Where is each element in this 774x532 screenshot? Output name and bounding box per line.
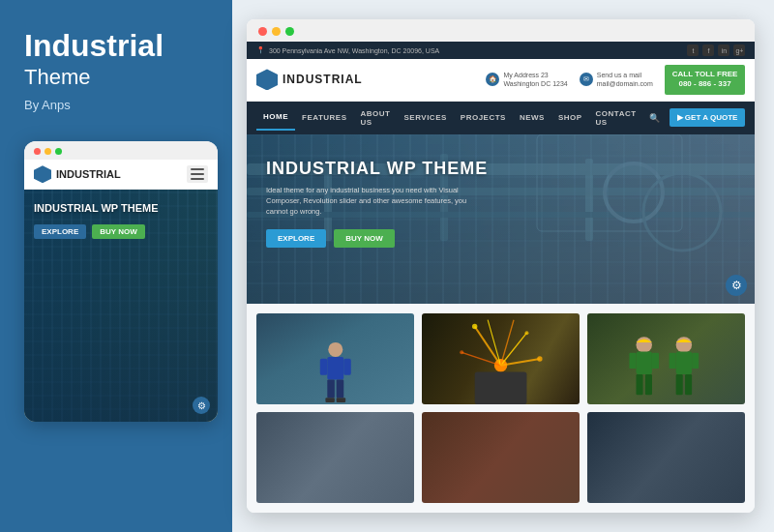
desktop-mockup: 📍 300 Pennsylvania Ave NW, Washington, D… bbox=[247, 19, 755, 513]
content-card-3 bbox=[587, 313, 745, 404]
svg-point-27 bbox=[537, 356, 542, 361]
svg-rect-16 bbox=[337, 398, 345, 402]
nav-contact[interactable]: CONTACT US bbox=[589, 102, 643, 134]
hamburger-line bbox=[191, 173, 204, 175]
nav-home[interactable]: HOME bbox=[256, 104, 295, 131]
svg-rect-13 bbox=[327, 379, 335, 398]
author-text: By Anps bbox=[24, 98, 208, 112]
hero-content: INDUSTRIAL WP THEME Ideal theme for any … bbox=[247, 134, 755, 272]
desktop-window-controls bbox=[247, 19, 755, 42]
call-button[interactable]: CALL TOLL FREE 080 - 886 - 337 bbox=[665, 65, 746, 95]
home-icon: 🏠 bbox=[486, 73, 499, 86]
svg-rect-10 bbox=[327, 357, 343, 380]
desktop-nav: HOME FEATURES ABOUT US SERVICES PROJECTS… bbox=[247, 102, 755, 134]
nav-services[interactable]: SERVICES bbox=[397, 105, 453, 130]
twitter-icon[interactable]: t bbox=[687, 44, 699, 56]
nav-search-icon[interactable]: 🔍 bbox=[643, 109, 666, 127]
desktop-dot-close bbox=[258, 27, 267, 36]
header-contact-info: 🏠 My Address 23 Washington DC 1234 ✉ Sen… bbox=[486, 65, 745, 95]
desktop-header: INDUSTRIAL 🏠 My Address 23 Washington DC… bbox=[247, 59, 755, 102]
mobile-menu-button[interactable] bbox=[187, 165, 208, 183]
nav-features[interactable]: FEATURES bbox=[295, 105, 354, 130]
svg-rect-11 bbox=[320, 359, 328, 375]
call-label: CALL TOLL FREE bbox=[672, 70, 738, 79]
hero-title: INDUSTRIAL WP THEME bbox=[266, 159, 735, 179]
svg-rect-34 bbox=[644, 374, 651, 395]
hamburger-line bbox=[191, 178, 204, 180]
mobile-hero: INDUSTRIAL WP THEME EXPLORE BUY NOW ⚙ bbox=[24, 190, 218, 422]
svg-point-25 bbox=[525, 331, 529, 335]
svg-rect-40 bbox=[685, 374, 692, 395]
hero-explore-button[interactable]: EXPLORE bbox=[266, 229, 326, 248]
content-card-4 bbox=[256, 412, 414, 503]
header-address-item: 🏠 My Address 23 Washington DC 1234 bbox=[486, 71, 567, 88]
mobile-buy-button[interactable]: BUY NOW bbox=[92, 224, 145, 239]
nav-shop[interactable]: SHOP bbox=[551, 105, 589, 130]
svg-point-24 bbox=[472, 324, 477, 329]
desktop-content-grid bbox=[247, 304, 755, 513]
get-quote-button[interactable]: ▶ GET A QUOTE bbox=[670, 108, 746, 127]
svg-line-23 bbox=[501, 320, 514, 366]
email-label: Send us a mail bbox=[597, 71, 653, 79]
facebook-icon[interactable]: f bbox=[702, 44, 714, 56]
topbar-social: t f in g+ bbox=[687, 44, 745, 56]
content-card-6 bbox=[587, 412, 745, 503]
mobile-explore-button[interactable]: EXPLORE bbox=[34, 224, 86, 239]
svg-rect-15 bbox=[325, 398, 334, 402]
mobile-dot-close bbox=[34, 148, 41, 155]
svg-line-21 bbox=[501, 359, 540, 366]
hamburger-line bbox=[191, 168, 204, 170]
worker-svg bbox=[296, 340, 375, 404]
desktop-topbar: 📍 300 Pennsylvania Ave NW, Washington, D… bbox=[247, 42, 755, 59]
svg-rect-37 bbox=[669, 353, 675, 369]
content-card-5 bbox=[422, 412, 580, 503]
svg-line-20 bbox=[461, 352, 500, 365]
svg-rect-31 bbox=[629, 353, 636, 369]
left-panel: Industrial Theme By Anps INDUSTRIAL INDU… bbox=[0, 0, 232, 532]
mobile-logo: INDUSTRIAL bbox=[34, 165, 121, 183]
svg-rect-38 bbox=[692, 353, 699, 369]
svg-rect-36 bbox=[675, 352, 691, 375]
header-address-text: My Address 23 Washington DC 1234 bbox=[503, 71, 567, 88]
desktop-logo-icon bbox=[256, 69, 278, 90]
desktop-logo: INDUSTRIAL bbox=[256, 69, 363, 90]
desktop-dot-maximize bbox=[285, 27, 294, 36]
mobile-hero-title: INDUSTRIAL WP THEME bbox=[34, 201, 208, 215]
svg-point-26 bbox=[460, 350, 463, 354]
desktop-logo-text: INDUSTRIAL bbox=[283, 73, 363, 86]
mobile-hero-buttons: EXPLORE BUY NOW bbox=[34, 224, 208, 239]
desktop-hero: INDUSTRIAL WP THEME Ideal theme for any … bbox=[247, 134, 755, 304]
mobile-window-controls bbox=[24, 141, 218, 160]
hero-buy-button[interactable]: BUY NOW bbox=[334, 229, 395, 248]
linkedin-icon[interactable]: in bbox=[718, 44, 729, 56]
address-label: My Address 23 bbox=[503, 71, 567, 79]
right-panel: 📍 300 Pennsylvania Ave NW, Washington, D… bbox=[232, 0, 774, 532]
googleplus-icon[interactable]: g+ bbox=[733, 44, 745, 56]
sparks-svg bbox=[422, 313, 580, 404]
svg-line-18 bbox=[475, 326, 501, 365]
svg-rect-39 bbox=[675, 374, 682, 395]
theme-title: Industrial Theme By Anps bbox=[24, 29, 208, 141]
svg-point-9 bbox=[328, 342, 342, 357]
header-email-item: ✉ Send us a mail mail@domain.com bbox=[580, 71, 653, 88]
nav-projects[interactable]: PROJECTS bbox=[454, 105, 513, 130]
svg-line-22 bbox=[488, 320, 500, 366]
svg-rect-32 bbox=[652, 353, 659, 369]
svg-rect-30 bbox=[636, 352, 651, 375]
header-email-text: Send us a mail mail@domain.com bbox=[597, 71, 653, 88]
nav-about[interactable]: ABOUT US bbox=[354, 102, 398, 134]
mobile-logo-icon bbox=[34, 165, 51, 183]
address-sub: Washington DC 1234 bbox=[503, 79, 567, 88]
subtitle-text: Theme bbox=[24, 65, 208, 90]
hero-description: Ideal theme for any industrial business … bbox=[266, 185, 479, 218]
call-number: 080 - 886 - 337 bbox=[672, 79, 738, 89]
svg-line-19 bbox=[501, 333, 527, 366]
nav-news[interactable]: NEWS bbox=[513, 105, 551, 130]
mobile-mockup: INDUSTRIAL INDUSTRIAL WP THEME EXPLORE B… bbox=[24, 141, 218, 422]
quote-label: GET A QUOTE bbox=[685, 113, 738, 122]
svg-rect-33 bbox=[636, 374, 642, 395]
hero-gear-icon: ⚙ bbox=[726, 275, 747, 296]
workers-svg bbox=[604, 336, 730, 404]
title-text: Industrial bbox=[24, 29, 208, 63]
svg-rect-12 bbox=[343, 359, 351, 375]
